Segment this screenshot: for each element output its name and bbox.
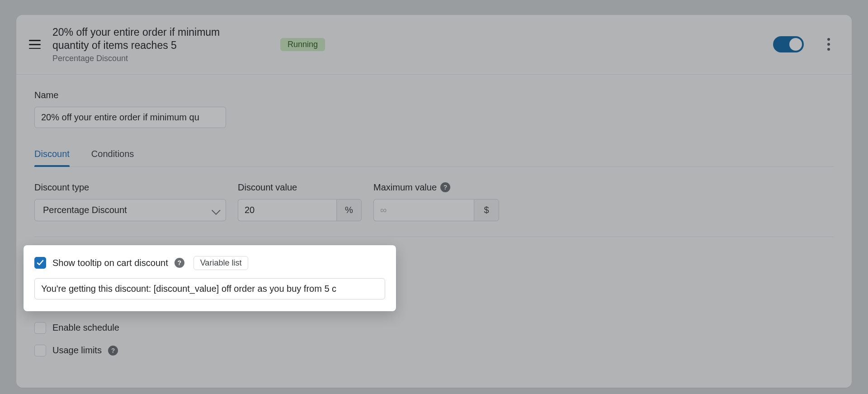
help-icon[interactable]: ? — [175, 258, 184, 268]
enable-toggle[interactable] — [773, 36, 804, 52]
show-tooltip-label: Show tooltip on cart discount — [52, 258, 168, 268]
show-tooltip-checkbox[interactable] — [34, 257, 46, 269]
tabs: Discount Conditions — [34, 149, 834, 167]
discount-title: 20% off your entire order if minimum qua… — [52, 26, 247, 52]
divider — [34, 237, 834, 237]
more-options-icon[interactable] — [824, 38, 834, 51]
discount-value-suffix: % — [336, 199, 362, 221]
discount-type-select[interactable]: Percentage Discount — [34, 199, 226, 221]
tooltip-text-input[interactable] — [34, 278, 385, 299]
tab-discount[interactable]: Discount — [34, 149, 70, 166]
menu-icon[interactable] — [29, 40, 41, 49]
discount-fields-row: Discount type Percentage Discount Discou… — [34, 182, 834, 221]
check-icon — [37, 259, 44, 266]
maximum-value-label: Maximum value ? — [373, 182, 499, 193]
variable-list-button[interactable]: Variable list — [193, 256, 249, 270]
panel-body: Name Discount Conditions Discount type P… — [16, 75, 852, 356]
discount-value-label: Discount value — [238, 182, 362, 193]
discount-editor-panel: 20% off your entire order if minimum qua… — [16, 15, 852, 388]
name-input[interactable] — [34, 107, 226, 128]
enable-schedule-label: Enable schedule — [52, 323, 119, 333]
enable-schedule-row: Enable schedule — [34, 322, 834, 334]
tooltip-config-card: Show tooltip on cart discount ? Variable… — [24, 245, 396, 311]
maximum-value-input[interactable] — [373, 199, 474, 221]
discount-type-label: Discount type — [34, 182, 226, 193]
enable-schedule-checkbox[interactable] — [34, 322, 46, 334]
title-block: 20% off your entire order if minimum qua… — [52, 26, 247, 63]
help-icon[interactable]: ? — [440, 182, 450, 192]
tab-conditions[interactable]: Conditions — [91, 149, 134, 166]
usage-limits-label: Usage limits — [52, 345, 102, 356]
usage-limits-checkbox[interactable] — [34, 345, 46, 356]
maximum-value-label-text: Maximum value — [373, 182, 437, 193]
discount-value-input[interactable] — [238, 199, 336, 221]
help-icon[interactable]: ? — [108, 346, 118, 356]
status-badge: Running — [280, 38, 325, 51]
discount-subtitle: Percentage Discount — [52, 54, 247, 63]
panel-header: 20% off your entire order if minimum qua… — [16, 15, 852, 75]
maximum-value-suffix: $ — [474, 199, 499, 221]
name-label: Name — [34, 90, 834, 100]
usage-limits-row: Usage limits ? — [34, 345, 834, 356]
